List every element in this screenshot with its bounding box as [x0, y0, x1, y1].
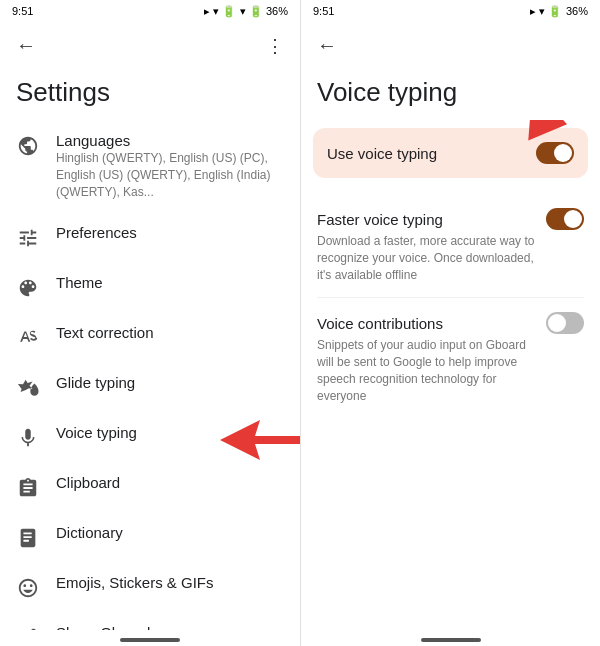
share-icon	[16, 626, 40, 630]
clipboard-title: Clipboard	[56, 474, 120, 491]
nav-pill-right	[421, 638, 481, 642]
vt-faster-row: Faster voice typing	[317, 208, 584, 230]
glide-icon	[16, 376, 40, 400]
time-right: 9:51	[313, 5, 334, 17]
left-panel: 9:51 ▸ ▾ 🔋 ▾ 🔋 36% ← ⋮ Settings Language…	[0, 0, 300, 646]
glide-typing-text: Glide typing	[56, 374, 135, 391]
vt-item-contributions[interactable]: Voice contributions Snippets of your aud…	[301, 298, 600, 418]
red-arrow-left	[220, 420, 300, 460]
sidebar-item-languages[interactable]: Languages Hinglish (QWERTY), English (US…	[0, 120, 300, 212]
languages-title: Languages	[56, 132, 276, 149]
text-correction-text: Text correction	[56, 324, 154, 341]
toggle-use-voice-typing[interactable]	[536, 142, 574, 164]
sidebar-item-clipboard[interactable]: Clipboard	[0, 462, 300, 512]
back-button-right[interactable]: ←	[313, 30, 341, 61]
toggle-knob-faster	[564, 210, 582, 228]
menu-button-left[interactable]: ⋮	[262, 31, 288, 61]
sidebar-item-text-correction[interactable]: Text correction	[0, 312, 300, 362]
text-correction-title: Text correction	[56, 324, 154, 341]
red-arrow-up	[508, 120, 568, 133]
sidebar-item-theme[interactable]: Theme	[0, 262, 300, 312]
share-title: Share Gboard	[56, 624, 150, 630]
vt-contributions-label: Voice contributions	[317, 315, 443, 332]
vt-faster-label: Faster voice typing	[317, 211, 443, 228]
top-bar-right: ←	[301, 22, 600, 69]
vt-item-use-voice-typing[interactable]: Use voice typing	[313, 128, 588, 178]
mic-icon	[16, 426, 40, 450]
emojis-title: Emojis, Stickers & GIFs	[56, 574, 214, 591]
status-icons-left: ▸ ▾ 🔋 ▾ 🔋 36%	[204, 5, 288, 18]
vt-use-row: Use voice typing	[327, 142, 574, 164]
status-bar-right: 9:51 ▸ ▾ 🔋 36%	[301, 0, 600, 22]
toggle-contributions[interactable]	[546, 312, 584, 334]
preferences-title: Preferences	[56, 224, 137, 241]
languages-text: Languages Hinglish (QWERTY), English (US…	[56, 132, 276, 200]
toggle-knob-contributions	[548, 314, 566, 332]
nav-bar-right	[301, 630, 600, 646]
theme-text: Theme	[56, 274, 103, 291]
theme-title: Theme	[56, 274, 103, 291]
clipboard-icon	[16, 476, 40, 500]
vt-contributions-subtitle: Snippets of your audio input on Gboard w…	[317, 337, 537, 404]
voice-typing-text: Voice typing	[56, 424, 137, 441]
time-left: 9:51	[12, 5, 33, 17]
sidebar-item-share[interactable]: Share Gboard	[0, 612, 300, 630]
emojis-text: Emojis, Stickers & GIFs	[56, 574, 214, 591]
vt-item-faster[interactable]: Faster voice typing Download a faster, m…	[301, 194, 600, 297]
signal-icons-right: ▸ ▾ 🔋	[530, 5, 562, 18]
palette-icon	[16, 276, 40, 300]
signal-icons-left: ▸ ▾ 🔋	[204, 5, 236, 18]
svg-marker-1	[507, 120, 568, 142]
nav-pill-left	[120, 638, 180, 642]
share-text: Share Gboard	[56, 624, 150, 630]
right-panel: 9:51 ▸ ▾ 🔋 36% ← Voice typing Use voice …	[300, 0, 600, 646]
sidebar-item-dictionary[interactable]: Dictionary	[0, 512, 300, 562]
dictionary-title: Dictionary	[56, 524, 123, 541]
top-bar-left: ← ⋮	[0, 22, 300, 69]
battery-right: 36%	[566, 5, 588, 17]
toggle-knob-use	[554, 144, 572, 162]
toggle-faster[interactable]	[546, 208, 584, 230]
textcorrect-icon	[16, 326, 40, 350]
nav-bar-left	[0, 630, 300, 646]
book-icon	[16, 526, 40, 550]
globe-icon	[16, 134, 40, 158]
status-bar-left: 9:51 ▸ ▾ 🔋 ▾ 🔋 36%	[0, 0, 300, 22]
sidebar-item-glide-typing[interactable]: Glide typing	[0, 362, 300, 412]
sidebar-item-preferences[interactable]: Preferences	[0, 212, 300, 262]
back-button-left[interactable]: ←	[12, 30, 40, 61]
vt-faster-subtitle: Download a faster, more accurate way to …	[317, 233, 537, 283]
voice-typing-content: Use voice typing Faster voice typing Dow…	[301, 120, 600, 630]
clipboard-text: Clipboard	[56, 474, 120, 491]
voice-typing-title: Voice typing	[56, 424, 137, 441]
settings-list: Languages Hinglish (QWERTY), English (US…	[0, 120, 300, 630]
svg-marker-0	[220, 420, 300, 460]
emoji-icon	[16, 576, 40, 600]
battery-left: ▾ 🔋 36%	[240, 5, 288, 18]
preferences-text: Preferences	[56, 224, 137, 241]
sidebar-item-voice-typing[interactable]: Voice typing	[0, 412, 300, 462]
vt-contributions-row: Voice contributions	[317, 312, 584, 334]
languages-subtitle: Hinglish (QWERTY), English (US) (PC), En…	[56, 150, 276, 200]
glide-typing-title: Glide typing	[56, 374, 135, 391]
sliders-icon	[16, 226, 40, 250]
vt-use-label: Use voice typing	[327, 145, 437, 162]
sidebar-item-emojis[interactable]: Emojis, Stickers & GIFs	[0, 562, 300, 612]
page-title-right: Voice typing	[301, 69, 600, 120]
dictionary-text: Dictionary	[56, 524, 123, 541]
status-icons-right: ▸ ▾ 🔋 36%	[530, 5, 588, 18]
page-title-left: Settings	[0, 69, 300, 120]
